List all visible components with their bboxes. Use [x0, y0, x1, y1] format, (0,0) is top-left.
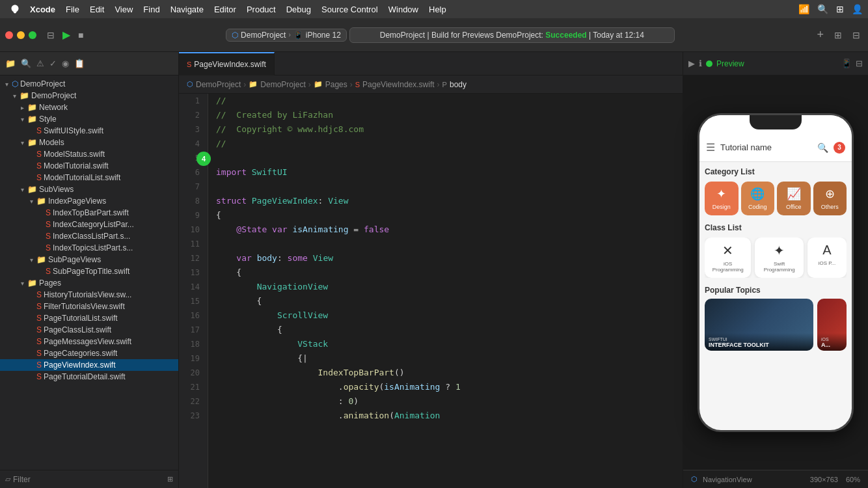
tree-item-style[interactable]: ▾ 📁 Style	[0, 113, 178, 125]
folder-icon-btn[interactable]: 📁	[4, 57, 17, 70]
breadcrumb-demoproject[interactable]: DemoProject	[260, 80, 305, 89]
tree-item-pagemessages[interactable]: S PageMessagesView.swift	[0, 336, 178, 347]
class-swift[interactable]: ✦ Swift Programming	[755, 237, 804, 278]
tree-item-pageclasslist[interactable]: S PageClassList.swift	[0, 324, 178, 336]
tree-item-indexpageviews[interactable]: ▾ 📁 IndexPageViews	[0, 195, 178, 207]
popular-item-1[interactable]: SWIFTUI INTERFACE TOOLKIT	[705, 299, 813, 351]
preview-device-btn[interactable]: 📱	[841, 59, 852, 68]
minimize-button[interactable]	[17, 31, 25, 39]
menubar-find[interactable]: Find	[138, 5, 165, 14]
stop-button[interactable]: ■	[75, 29, 86, 42]
close-button[interactable]	[5, 31, 13, 39]
breadcrumb-sep-3: ›	[350, 80, 353, 89]
add-button[interactable]: +	[814, 27, 826, 43]
run-button[interactable]: ▶	[60, 27, 73, 42]
tree-item-modeltutorial[interactable]: S ModelTutorial.swift	[0, 160, 178, 172]
breadcrumb-demoproject-root[interactable]: DemoProject	[196, 80, 241, 89]
swift-file-icon: S	[36, 173, 42, 182]
tree-item-demoproject-root[interactable]: ▾ ⬡ DemoProject	[0, 78, 178, 90]
office-label: Office	[786, 204, 801, 210]
tree-item-subpageviews[interactable]: ▾ 📁 SubPageViews	[0, 254, 178, 265]
folder-icon: 📁	[36, 197, 46, 206]
menubar-editor[interactable]: Editor	[209, 5, 241, 14]
code-editor[interactable]: 1 2 3 4 5 6 7 8 9 10 11 12 13 14 15 16 1…	[179, 94, 683, 488]
menubar-source-control[interactable]: Source Control	[316, 5, 383, 14]
breadcrumb-body[interactable]: body	[450, 80, 467, 89]
line-num-9: 9	[179, 208, 202, 223]
apple-menu[interactable]	[5, 5, 25, 14]
split-button[interactable]: ⊟	[850, 29, 863, 42]
menubar-navigate[interactable]: Navigate	[165, 5, 209, 14]
line-num-2: 2	[179, 108, 202, 122]
test-btn[interactable]: ✓	[48, 57, 58, 70]
menubar-view[interactable]: View	[109, 5, 138, 14]
tree-item-filtertutorials[interactable]: S FilterTutorialsView.swift	[0, 301, 178, 312]
class-ios[interactable]: ✕ iOS Programming	[705, 237, 751, 278]
category-office[interactable]: 📈 Office	[777, 182, 811, 215]
tree-item-indextopicslist[interactable]: S IndexTopicsListPart.s...	[0, 242, 178, 254]
preview-play-btn[interactable]: ▶	[688, 59, 695, 68]
breadcrumb-filename[interactable]: PageViewIndex.swift	[362, 80, 435, 89]
category-others[interactable]: ⊕ Others	[813, 182, 847, 215]
category-coding[interactable]: 🌐 Coding	[741, 182, 775, 215]
design-icon: ✦	[716, 187, 726, 201]
tree-item-pagecategories[interactable]: S PageCategories.swift	[0, 347, 178, 359]
editor-tabs: S PageViewIndex.swift	[179, 52, 683, 75]
report-btn[interactable]: 📋	[73, 57, 86, 70]
tree-item-swiftuistyle[interactable]: S SwiftUIStyle.swift	[0, 125, 178, 137]
menubar-edit[interactable]: Edit	[85, 5, 109, 14]
swift-file-icon: S	[36, 290, 42, 299]
menubar-product[interactable]: Product	[241, 5, 281, 14]
tree-item-demoproject-folder[interactable]: ▾ 📁 DemoProject	[0, 90, 178, 102]
search-nav-btn[interactable]: 🔍	[20, 57, 33, 70]
class-ios2[interactable]: A iOS P...	[807, 237, 847, 278]
warning-btn[interactable]: ⚠	[35, 57, 46, 70]
scheme-selector[interactable]: ⬡ DemoProject › 📱 iPhone 12	[226, 29, 347, 42]
code-content[interactable]: // // Created by LiFazhan // Copyright ©…	[208, 94, 683, 488]
tree-item-indexclasslist[interactable]: S IndexClassListPart.s...	[0, 230, 178, 242]
code-line-15: {	[216, 294, 675, 308]
tree-item-historytutorials[interactable]: S HistoryTutorialsView.sw...	[0, 289, 178, 301]
preview-settings-btn[interactable]: ⊟	[856, 59, 863, 68]
breadcrumb-pages[interactable]: Pages	[325, 80, 347, 89]
code-line-11	[216, 237, 675, 251]
tree-item-pageviewindex[interactable]: S PageViewIndex.swift	[0, 359, 178, 371]
control-center-icon[interactable]: ⊞	[836, 4, 844, 14]
user-icon[interactable]: 👤	[852, 4, 863, 14]
tree-item-pages[interactable]: ▾ 📁 Pages	[0, 277, 178, 289]
menubar-window[interactable]: Window	[383, 5, 424, 14]
sidebar-toggle-button[interactable]: ⊟	[44, 29, 57, 42]
tree-item-subviews[interactable]: ▾ 📁 SubViews	[0, 183, 178, 195]
preview-toolbar: ▶ ℹ Preview 📱 ⊟	[683, 52, 868, 75]
category-grid: ✦ Design 🌐 Coding 📈 Office	[705, 182, 847, 215]
search-icon[interactable]: 🔍	[817, 4, 828, 14]
tree-item-pagetutoriallist[interactable]: S PageTutorialList.swift	[0, 312, 178, 324]
tree-item-indexcategorylist[interactable]: S IndexCategoryListPar...	[0, 219, 178, 230]
tree-item-modeltutoriallist[interactable]: S ModelTutorialList.swift	[0, 172, 178, 183]
tree-arrow: ▾	[18, 280, 26, 287]
menubar-xcode[interactable]: Xcode	[25, 5, 61, 14]
maximize-button[interactable]	[29, 31, 36, 39]
category-design[interactable]: ✦ Design	[705, 182, 739, 215]
preview-inspect-btn[interactable]: ℹ	[699, 59, 702, 68]
office-icon: 📈	[787, 187, 801, 201]
tree-item-models[interactable]: ▾ 📁 Models	[0, 137, 178, 148]
code-line-2: // Created by LiFazhan	[216, 108, 675, 122]
tree-item-modelstatus[interactable]: S ModelStatus.swift	[0, 148, 178, 160]
tab-pageviewindex[interactable]: S PageViewIndex.swift	[179, 52, 275, 75]
popular-item-2[interactable]: iOS A...	[817, 299, 847, 351]
tree-item-network[interactable]: ▸ 📁 Network	[0, 102, 178, 113]
code-line-22: : 0)	[216, 394, 675, 409]
tree-item-pagetutorialdetail[interactable]: S PageTutorialDetail.swift	[0, 371, 178, 383]
tree-item-subpagetoptitle[interactable]: S SubPageTopTitle.swift	[0, 265, 178, 277]
tree-label: PageTutorialList.swift	[44, 314, 118, 323]
menubar-file[interactable]: File	[61, 5, 85, 14]
tree-item-indextopbar[interactable]: S IndexTopBarPart.swift	[0, 207, 178, 219]
popular-section: Popular Topics SWIFTUI INTERFACE TOOLKIT	[705, 286, 847, 351]
code-line-8: struct PageViewIndex: View	[216, 194, 675, 208]
menubar-help[interactable]: Help	[424, 5, 452, 14]
menubar-debug[interactable]: Debug	[281, 5, 316, 14]
debug-btn[interactable]: ◉	[61, 57, 70, 70]
filter-options-button[interactable]: ⊞	[167, 475, 173, 483]
layout-button[interactable]: ⊞	[832, 29, 845, 42]
